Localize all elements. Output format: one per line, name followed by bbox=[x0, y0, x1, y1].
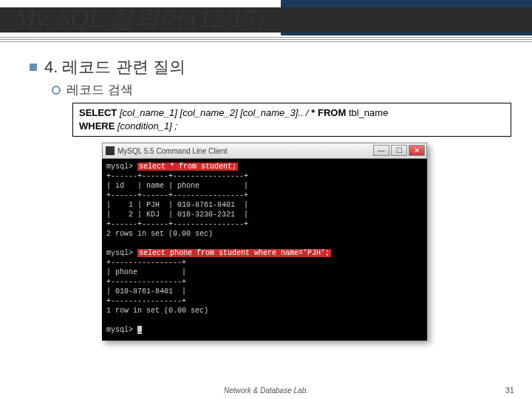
terminal-body: mysql> select * from student; +------+--… bbox=[102, 159, 427, 341]
sql-syntax-box: SELECT [col_name_1] [col_name_2] [col_na… bbox=[72, 103, 511, 137]
query-2: select phone from student where name='PJ… bbox=[137, 249, 331, 257]
minimize-button[interactable]: — bbox=[373, 145, 389, 156]
window-title: MySQL 5.5 Command Line Client bbox=[117, 147, 228, 155]
app-icon bbox=[106, 146, 115, 155]
cursor: _ bbox=[137, 326, 142, 334]
title-rule bbox=[0, 37, 532, 44]
sep: +----------------+ bbox=[106, 297, 186, 305]
rowcount: 1 row in set (0.00 sec) bbox=[106, 307, 208, 315]
subsection-title: 레코드 검색 bbox=[66, 81, 133, 98]
slide-title: My. SQL 질의어 (12/15) bbox=[15, 1, 264, 35]
row: | 010-8761-8401 | bbox=[106, 287, 186, 296]
row: | 2 | KDJ | 010-3230-2321 | bbox=[106, 211, 248, 219]
sep: +------+------+----------------+ bbox=[106, 191, 248, 200]
subsection-heading: 레코드 검색 bbox=[52, 81, 511, 98]
terminal-window: MySQL 5.5 Command Line Client — ☐ ✕ mysq… bbox=[102, 143, 427, 341]
kw-where: WHERE bbox=[79, 120, 117, 132]
maximize-button[interactable]: ☐ bbox=[391, 145, 407, 156]
title-bar: My. SQL 질의어 (12/15) bbox=[0, 0, 532, 50]
close-button[interactable]: ✕ bbox=[409, 145, 425, 156]
sep: +----------------+ bbox=[106, 278, 186, 286]
sep: +----------------+ bbox=[106, 259, 186, 267]
square-bullet-icon bbox=[30, 64, 37, 71]
kw-select: SELECT bbox=[79, 107, 120, 118]
circle-bullet-icon bbox=[52, 86, 61, 95]
prompt: mysql> bbox=[106, 326, 137, 334]
query-1: select * from student; bbox=[137, 163, 238, 171]
section-title: 4. 레코드 관련 질의 bbox=[44, 56, 185, 78]
sep: +------+------+----------------+ bbox=[106, 220, 248, 228]
page-number: 31 bbox=[505, 386, 514, 395]
rowcount: 2 rows in set (0.00 sec) bbox=[106, 230, 213, 238]
row: | 1 | PJH | 010-8761-8401 | bbox=[106, 201, 248, 209]
cols: [col_name_1] [col_name_2] [col_name_3]..… bbox=[120, 107, 311, 118]
prompt: mysql> bbox=[106, 249, 137, 257]
tbl: tbl_name bbox=[349, 107, 388, 118]
footer-text: Network & Database Lab. bbox=[0, 386, 532, 395]
sep: +------+------+----------------+ bbox=[106, 172, 248, 180]
prompt: mysql> bbox=[106, 163, 137, 171]
section-heading: 4. 레코드 관련 질의 bbox=[30, 56, 511, 78]
hdr: | id | name | phone | bbox=[106, 182, 248, 190]
cond: [condition_1] ; bbox=[117, 120, 177, 132]
star-from: * FROM bbox=[311, 107, 349, 118]
hdr: | phone | bbox=[106, 268, 186, 276]
terminal-titlebar: MySQL 5.5 Command Line Client — ☐ ✕ bbox=[102, 143, 427, 159]
